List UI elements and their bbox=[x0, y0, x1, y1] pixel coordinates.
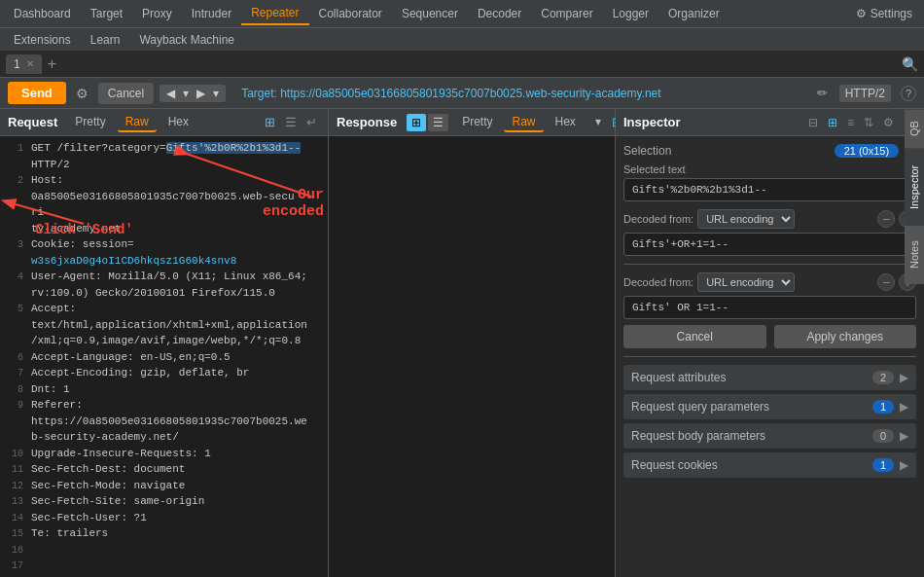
code-line-9: 9 Referer: https://0a85005e0316680580193… bbox=[0, 397, 328, 446]
request-cookies-row[interactable]: Request cookies 1 ▶ bbox=[623, 452, 916, 478]
nav-repeater[interactable]: Repeater bbox=[241, 2, 308, 25]
nav-proxy[interactable]: Proxy bbox=[132, 3, 182, 24]
side-tabs: QB Inspector Notes bbox=[905, 109, 924, 577]
response-tab-hex[interactable]: Hex bbox=[548, 113, 584, 132]
apply-changes-button[interactable]: Apply changes bbox=[774, 325, 917, 348]
nav-extensions[interactable]: Extensions bbox=[4, 31, 81, 49]
code-line-7: 7 Accept-Encoding: gzip, deflate, br bbox=[0, 365, 328, 381]
decode-minus-icon-2[interactable]: − bbox=[877, 273, 895, 291]
decode-row-1: Decoded from: URL encoding − + bbox=[623, 209, 916, 229]
next-dropdown-icon[interactable]: ▾ bbox=[210, 87, 222, 100]
request-query-params-row[interactable]: Request query parameters 1 ▶ bbox=[623, 394, 916, 419]
side-tab-notes[interactable]: Notes bbox=[905, 226, 924, 284]
main-content: Request Pretty Raw Hex ⊞ ☰ ↵ 1 GET /filt… bbox=[0, 109, 924, 577]
nav-comparer[interactable]: Comparer bbox=[531, 3, 602, 24]
inspector-icon-sort[interactable]: ⇅ bbox=[861, 115, 876, 130]
nav-target[interactable]: Target bbox=[81, 3, 132, 24]
request-panel: Request Pretty Raw Hex ⊞ ☰ ↵ 1 GET /filt… bbox=[0, 109, 329, 577]
view-toggle-split[interactable]: ⊞ bbox=[407, 114, 426, 131]
response-tab-pretty[interactable]: Pretty bbox=[454, 113, 500, 132]
dropdown-arrow-icon[interactable]: ▾ bbox=[180, 87, 192, 100]
response-panel: Response ⊞ ☰ Pretty Raw Hex ▾ ⊞ ↵ ☰ bbox=[329, 109, 616, 577]
request-tab-raw[interactable]: Raw bbox=[118, 113, 157, 132]
response-tab-raw[interactable]: Raw bbox=[504, 113, 543, 132]
help-icon[interactable]: ? bbox=[901, 86, 916, 101]
top-nav: Dashboard Target Proxy Intruder Repeater… bbox=[0, 0, 924, 27]
nav-dashboard[interactable]: Dashboard bbox=[4, 3, 81, 24]
edit-pencil-icon[interactable]: ✏ bbox=[817, 86, 828, 100]
inspector-icons: ⊟ ⊞ ≡ ⇅ ⚙ ✕ bbox=[805, 115, 916, 130]
response-code-area[interactable] bbox=[329, 136, 615, 577]
inspector-separator-2 bbox=[623, 356, 916, 357]
request-tab-icons: ⊞ ☰ ↵ bbox=[262, 114, 320, 130]
code-line-1: 1 GET /filter?category=Gifts'%2b0R%2b1%3… bbox=[0, 140, 328, 172]
next-arrow-icon[interactable]: ▶ bbox=[194, 87, 208, 100]
url-encoding-select-2[interactable]: URL encoding bbox=[697, 272, 795, 292]
prev-arrow-icon[interactable]: ◀ bbox=[163, 87, 178, 100]
nav-collaborator[interactable]: Collaborator bbox=[309, 3, 392, 24]
url-encoding-select-1[interactable]: URL encoding bbox=[697, 209, 795, 229]
request-tabs: Pretty Raw Hex bbox=[67, 113, 196, 132]
request-body-params-row[interactable]: Request body parameters 0 ▶ bbox=[623, 423, 916, 449]
decoded-value-2[interactable]: Gifts' OR 1=1-- bbox=[623, 296, 916, 319]
request-wrap-icon[interactable]: ↵ bbox=[303, 114, 320, 130]
inspector-icon-grid[interactable]: ⊞ bbox=[825, 115, 840, 130]
inspector-body: Selection 21 (0x15) ▲ Selected text Gift… bbox=[616, 136, 924, 577]
tab-close-icon[interactable]: ✕ bbox=[26, 58, 34, 69]
code-line-14: 14 Sec-Fetch-User: ?1 bbox=[0, 510, 328, 526]
inspector-icon-list[interactable]: ⊟ bbox=[805, 115, 821, 130]
nav-decoder[interactable]: Decoder bbox=[468, 3, 531, 24]
nav-organizer[interactable]: Organizer bbox=[658, 3, 729, 24]
code-line-5: 5 Accept: text/html,application/xhtml+xm… bbox=[0, 301, 328, 349]
nav-intruder[interactable]: Intruder bbox=[182, 3, 241, 24]
http-version-label[interactable]: HTTP/2 bbox=[839, 85, 891, 102]
side-tab-inspector[interactable]: Inspector bbox=[905, 148, 924, 226]
code-line-8: 8 Dnt: 1 bbox=[0, 381, 328, 398]
nav-learn[interactable]: Learn bbox=[81, 31, 130, 49]
side-tab-qb[interactable]: QB bbox=[905, 109, 924, 148]
decode-row-2: Decoded from: URL encoding − + bbox=[623, 272, 916, 292]
inspector-icon-align[interactable]: ≡ bbox=[844, 115, 857, 130]
view-toggle: ⊞ ☰ bbox=[407, 114, 448, 131]
tab-1[interactable]: 1 ✕ bbox=[6, 54, 42, 74]
selected-text-label: Selected text bbox=[623, 163, 916, 175]
inspector-actions: Cancel Apply changes bbox=[623, 325, 916, 348]
search-icon[interactable]: 🔍 bbox=[902, 56, 918, 72]
cancel-button[interactable]: Cancel bbox=[98, 83, 154, 104]
decoded-from-2-label: Decoded from: bbox=[623, 276, 693, 288]
request-tab-pretty[interactable]: Pretty bbox=[67, 113, 113, 132]
nav-sequencer[interactable]: Sequencer bbox=[392, 3, 468, 24]
tab-add-button[interactable]: + bbox=[48, 56, 56, 72]
selected-text-value[interactable]: Gifts'%2b0R%2b1%3d1-- bbox=[623, 178, 916, 201]
selection-label: Selection bbox=[623, 144, 671, 158]
request-panel-title: Request bbox=[8, 115, 57, 129]
request-cookies-badge: 1 bbox=[872, 458, 894, 472]
settings-cog-icon[interactable]: ⚙ bbox=[72, 84, 92, 103]
request-tab-hex[interactable]: Hex bbox=[160, 113, 196, 132]
request-attributes-label: Request attributes bbox=[631, 371, 872, 384]
inspector-settings-icon[interactable]: ⚙ bbox=[880, 115, 897, 130]
decoded-from-1-label: Decoded from: bbox=[623, 213, 693, 225]
response-tab-dropdown[interactable]: ▾ bbox=[587, 113, 609, 132]
decode-minus-icon-1[interactable]: − bbox=[877, 210, 895, 228]
request-code-area[interactable]: 1 GET /filter?category=Gifts'%2b0R%2b1%3… bbox=[0, 136, 328, 577]
request-body-params-label: Request body parameters bbox=[631, 429, 872, 443]
code-line-16: 16 bbox=[0, 542, 328, 558]
code-line-11: 11 Sec-Fetch-Dest: document bbox=[0, 461, 328, 478]
target-url: Target: https://0a85005e03166805801935c7… bbox=[241, 87, 805, 100]
code-line-3: 3 Cookie: session= w3s6jxaD0g4oI1CD6hkqs… bbox=[0, 236, 328, 269]
request-panel-header: Request Pretty Raw Hex ⊞ ☰ ↵ bbox=[0, 109, 328, 136]
nav-wayback[interactable]: Wayback Machine bbox=[129, 31, 244, 49]
request-view-grid-icon[interactable]: ⊞ bbox=[262, 114, 278, 130]
send-button[interactable]: Send bbox=[8, 82, 66, 104]
decoded-value-1[interactable]: Gifts'+OR+1=1-- bbox=[623, 233, 916, 256]
inspector-cancel-button[interactable]: Cancel bbox=[623, 325, 766, 348]
settings-icon[interactable]: ⚙ Settings bbox=[848, 3, 920, 24]
view-toggle-lines[interactable]: ☰ bbox=[428, 114, 448, 131]
inspector-title: Inspector bbox=[623, 115, 805, 129]
nav-logger[interactable]: Logger bbox=[603, 3, 658, 24]
request-view-lines-icon[interactable]: ☰ bbox=[282, 114, 300, 130]
request-attributes-row[interactable]: Request attributes 2 ▶ bbox=[623, 365, 916, 390]
target-url-value: https://0a85005e03166805801935c7007b0025… bbox=[280, 87, 660, 100]
selected-text-section: Selected text Gifts'%2b0R%2b1%3d1-- bbox=[623, 163, 916, 201]
